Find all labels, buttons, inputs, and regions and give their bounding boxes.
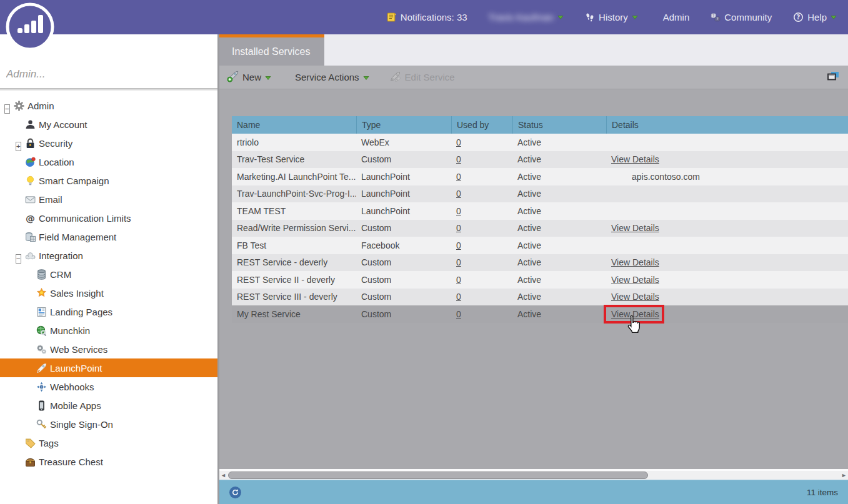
service-status: Active [517, 275, 541, 285]
sidebar-item-mobile-apps[interactable]: Mobile Apps [0, 396, 217, 415]
used-by-link[interactable]: 0 [456, 137, 461, 147]
view-details-link[interactable]: View Details [611, 292, 659, 302]
expand-icon[interactable]: + [16, 140, 24, 147]
service-row-read-write-permission-servi[interactable]: Read/Write Permission Servi...Custom0Act… [232, 220, 848, 237]
sidebar-item-label: My Account [39, 119, 87, 130]
chest-icon [25, 457, 36, 467]
service-row-fb-test[interactable]: FB TestFacebook0Active [232, 237, 848, 254]
service-row-marketing-ai-launchpoint-te[interactable]: Marketing.AI LaunchPoint Te...LaunchPoin… [232, 168, 848, 185]
sidebar-item-launchpoint[interactable]: LaunchPoint [0, 358, 217, 377]
admin-search-input[interactable] [6, 68, 206, 81]
service-row-team-test[interactable]: TEAM TESTLaunchPoint0Active [232, 202, 848, 220]
sidebar-item-label: Field Management [39, 232, 116, 242]
column-header-details[interactable]: Details [606, 116, 848, 134]
used-by-link[interactable]: 0 [456, 275, 461, 285]
expander-spacer [27, 421, 35, 428]
horizontal-scrollbar[interactable]: ◄ ► [219, 469, 848, 480]
tab-strip: Installed Services [219, 34, 848, 66]
nav-admin[interactable]: Admin [659, 12, 690, 22]
toolbar-button-label: Service Actions [295, 72, 359, 82]
top-bar: Notifications: 33Travis KaufmanHistoryAd… [0, 0, 848, 34]
chevron-down-icon [632, 15, 638, 20]
used-by-link[interactable]: 0 [456, 292, 461, 302]
view-details-link[interactable]: View Details [611, 223, 659, 233]
svg-text:?: ? [717, 17, 719, 21]
sidebar-item-treasure-chest[interactable]: Treasure Chest [0, 452, 217, 471]
service-actions-button[interactable]: Service Actions [291, 72, 369, 82]
sidebar-item-landing-pages[interactable]: Landing Pages [0, 302, 217, 321]
nav-travis-kaufman[interactable]: Travis Kaufman [489, 12, 564, 22]
sidebar-item-tags[interactable]: Tags [0, 433, 217, 452]
service-row-rest-service-iii-deverly[interactable]: REST Service III - deverlyCustom0ActiveV… [232, 289, 848, 306]
sidebar-item-security[interactable]: +Security [0, 134, 217, 152]
service-row-rest-service-deverly[interactable]: REST Service - deverlyCustom0ActiveView … [232, 254, 848, 272]
chevron-down-icon [557, 15, 564, 20]
used-by-link[interactable]: 0 [456, 309, 461, 319]
column-header-status[interactable]: Status [512, 116, 606, 134]
service-row-rest-service-ii-deverly[interactable]: REST Service II - deverlyCustom0ActiveVi… [232, 271, 848, 289]
scroll-right-arrow[interactable]: ► [840, 471, 848, 480]
sidebar-item-webhooks[interactable]: Webhooks [0, 377, 217, 396]
sidebar-item-field-management[interactable]: Field Management [0, 227, 217, 246]
collapse-icon[interactable]: − [4, 102, 12, 109]
sidebar-item-email[interactable]: Email [0, 190, 217, 209]
main-pane: Installed Services NewService ActionsEdi… [219, 34, 848, 504]
tab-installed-services[interactable]: Installed Services [219, 34, 324, 66]
service-row-rtriolo[interactable]: rtrioloWebEx0Active [232, 134, 848, 151]
collapse-icon[interactable]: − [16, 252, 24, 259]
sidebar-item-single-sign-on[interactable]: Single Sign-On [0, 415, 217, 433]
expander-spacer [27, 346, 35, 353]
key-icon [36, 419, 47, 430]
used-by-link[interactable]: 0 [456, 257, 461, 267]
details-text: apis.contoso.com [611, 172, 700, 182]
svg-text:@: @ [26, 213, 35, 224]
sidebar-item-crm[interactable]: CRM [0, 265, 217, 284]
sidebar-item-integration[interactable]: −Integration [0, 246, 217, 265]
service-type: Custom [361, 154, 391, 164]
nav-help[interactable]: ?Help [793, 12, 837, 22]
sidebar-item-location[interactable]: Location [0, 152, 217, 171]
toolbar: NewService ActionsEdit Service [219, 66, 848, 89]
sidebar-item-smart-campaign[interactable]: Smart Campaign [0, 171, 217, 190]
view-details-link[interactable]: View Details [611, 275, 659, 285]
sidebar-item-label: Mobile Apps [50, 400, 101, 411]
sidebar-item-munchkin[interactable]: Munchkin [0, 321, 217, 340]
sidebar-item-label: LaunchPoint [50, 363, 102, 373]
service-type: Facebook [361, 240, 399, 250]
column-header-type[interactable]: Type [356, 116, 451, 134]
sidebar-item-my-account[interactable]: My Account [0, 115, 217, 134]
view-details-link[interactable]: View Details [611, 257, 659, 267]
marketo-logo[interactable] [5, 2, 55, 52]
popout-window-icon[interactable] [827, 71, 839, 84]
used-by-link[interactable]: 0 [456, 206, 461, 216]
column-header-name[interactable]: Name [232, 116, 356, 134]
used-by-link[interactable]: 0 [456, 154, 461, 164]
nav-history[interactable]: History [585, 12, 638, 22]
sidebar-item-label: Web Services [50, 344, 107, 355]
service-status: Active [517, 292, 541, 302]
view-details-link[interactable]: View Details [611, 154, 659, 164]
scrollbar-thumb[interactable] [228, 472, 648, 479]
used-by-link[interactable]: 0 [456, 240, 461, 250]
nav-community[interactable]: ??Community [711, 12, 772, 22]
nav-notifications-33[interactable]: Notifications: 33 [386, 12, 467, 22]
service-row-my-rest-service[interactable]: My Rest ServiceCustom0ActiveView Details [232, 305, 848, 323]
service-row-trav-launchpoint-svc-prog-i[interactable]: Trav-LaunchPoint-Svc-Prog-I...LaunchPoin… [232, 185, 848, 203]
refresh-icon[interactable] [229, 487, 241, 498]
service-row-trav-test-service[interactable]: Trav-Test ServiceCustom0ActiveView Detai… [232, 151, 848, 169]
sidebar-item-admin[interactable]: −Admin [0, 96, 217, 115]
sidebar-item-label: Email [39, 194, 62, 205]
service-type: Custom [361, 257, 391, 267]
sidebar-item-web-services[interactable]: Web Services [0, 340, 217, 358]
new-button[interactable]: New [227, 71, 271, 84]
used-by-link[interactable]: 0 [456, 223, 461, 233]
sidebar-item-communication-limits[interactable]: @Communication Limits [0, 209, 217, 227]
service-status: Active [517, 154, 541, 164]
view-details-link[interactable]: View Details [611, 309, 659, 319]
used-by-link[interactable]: 0 [456, 172, 461, 182]
service-type: Custom [361, 275, 391, 285]
scroll-left-arrow[interactable]: ◄ [219, 471, 227, 480]
sidebar-item-sales-insight[interactable]: Sales Insight [0, 284, 217, 302]
used-by-link[interactable]: 0 [456, 189, 461, 199]
column-header-used-by[interactable]: Used by [451, 116, 512, 134]
